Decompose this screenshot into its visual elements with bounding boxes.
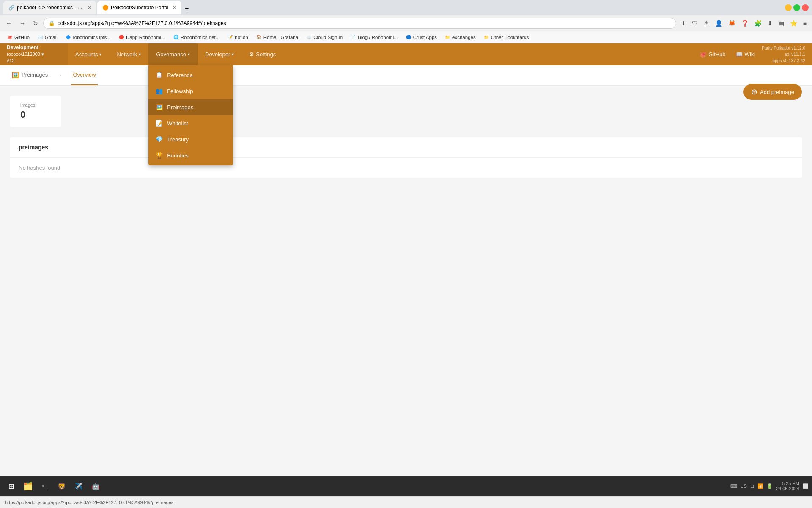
taskbar-start[interactable]: ⊞ xyxy=(3,478,19,494)
tab2-text: Polkadot/Substrate Portal xyxy=(111,5,168,11)
dropdown-fellowship[interactable]: 👥 Fellowship xyxy=(148,83,233,99)
taskbar-files[interactable]: 🗂️ xyxy=(20,478,36,494)
taskbar-telegram[interactable]: ✈️ xyxy=(71,478,86,494)
bookmark-other[interactable]: 📁 Other Bookmarks xyxy=(480,33,532,41)
version-line1: Parity Polkadot v1.12.0 xyxy=(762,45,805,51)
fox-icon[interactable]: 🦊 xyxy=(726,19,738,28)
bookmark-github[interactable]: 🐙 GitHub xyxy=(3,33,33,41)
back-button[interactable]: ← xyxy=(3,18,14,28)
plus-icon: ⊕ xyxy=(751,87,757,97)
browser-tab-1[interactable]: 🔗 polkadot <-> robonomics - Hac... ✕ xyxy=(3,1,96,14)
maximize-button[interactable] xyxy=(793,4,800,11)
app-header: Development rococo/1012000 ▾ #12 Account… xyxy=(0,43,812,65)
network-block-path: rococo/1012000 xyxy=(7,52,40,57)
download-icon[interactable]: ⬇ xyxy=(765,19,775,28)
address-bar[interactable]: 🔒 polkadot.js.org/apps/?rpc=ws%3A%2F%2F1… xyxy=(43,18,676,29)
puzzle-icon[interactable]: 🧩 xyxy=(752,19,764,28)
bookmark-dapp-label: Dapp Robonomi... xyxy=(126,35,165,40)
bookmark-cloud-signin[interactable]: ☁️ Cloud Sign In xyxy=(302,33,346,41)
browser-tab-2[interactable]: 🟠 Polkadot/Substrate Portal ✕ xyxy=(97,1,181,14)
taskbar-browser[interactable]: 🦁 xyxy=(54,478,69,494)
dropdown-bounties[interactable]: 🏆 Bounties xyxy=(148,147,233,163)
preimages-table-title: preimages xyxy=(10,137,802,158)
dropdown-treasury[interactable]: 💎 Treasury xyxy=(148,131,233,147)
tab2-close[interactable]: ✕ xyxy=(173,5,176,11)
bookmark-cloud-signin-label: Cloud Sign In xyxy=(313,35,343,40)
accounts-chevron-icon: ▾ xyxy=(99,52,102,57)
taskbar-app5[interactable]: 🤖 xyxy=(88,478,103,494)
header-right: 🐙 GitHub 📖 Wiki Parity Polkadot v1.12.0 … xyxy=(689,45,812,64)
fellowship-icon: 👥 xyxy=(155,87,163,95)
dropdown-whitelist[interactable]: 📝 Whitelist xyxy=(148,115,233,131)
shield-icon[interactable]: 🛡 xyxy=(690,19,700,28)
network-block: rococo/1012000 ▾ xyxy=(7,51,44,58)
alert-icon[interactable]: ⚠ xyxy=(702,19,711,28)
taskbar-battery-icon: 🔋 xyxy=(767,483,773,489)
bookmark-github-label: GitHub xyxy=(14,35,30,40)
help-icon[interactable]: ❓ xyxy=(739,19,751,28)
chevron-down-icon: ▾ xyxy=(41,52,44,57)
bookmark-dapp[interactable]: 🔴 Dapp Robonomi... xyxy=(115,33,169,41)
nav-developer[interactable]: Developer ▾ xyxy=(198,43,241,65)
bookmark-robonomics-ipfs[interactable]: 🔷 robonomics ipfs... xyxy=(62,33,114,41)
taskbar-display-icon: ⬜ xyxy=(803,483,809,489)
network-selector[interactable]: Development rococo/1012000 ▾ #12 xyxy=(0,43,68,65)
bookmark-grafana[interactable]: 🏠 Home - Grafana xyxy=(252,33,302,41)
blog-icon: 📄 xyxy=(350,34,356,40)
nav-settings-label: Settings xyxy=(256,51,276,58)
bookmark-robonomics-net-label: Robonomics.net... xyxy=(181,35,220,40)
ipfs-bookmark-icon: 🔷 xyxy=(65,34,71,40)
bookmark-blog[interactable]: 📄 Blog / Robonomi... xyxy=(347,33,401,41)
sidebar-icon[interactable]: ▤ xyxy=(776,19,786,28)
browser-titlebar: 🔗 polkadot <-> robonomics - Hac... ✕ 🟠 P… xyxy=(0,0,812,15)
wiki-button[interactable]: 📖 Wiki xyxy=(732,50,759,59)
browser-tabs: 🔗 polkadot <-> robonomics - Hac... ✕ 🟠 P… xyxy=(3,1,783,14)
menu-icon[interactable]: ≡ xyxy=(801,19,809,28)
nav-network[interactable]: Network ▾ xyxy=(109,43,148,65)
governance-dropdown: 📋 Referenda 👥 Fellowship 🖼️ Preimages 📝 … xyxy=(148,65,233,165)
developer-chevron-icon: ▾ xyxy=(232,52,234,57)
taskbar-locale: US xyxy=(741,483,747,489)
tab1-close[interactable]: ✕ xyxy=(88,5,91,11)
crust-icon: 🔵 xyxy=(406,34,411,40)
taskbar-terminal[interactable]: >_ xyxy=(37,478,52,494)
tab-overview-label: Overview xyxy=(73,72,96,78)
bookmark-other-label: Other Bookmarks xyxy=(491,35,529,40)
bookmark-robonomics-net[interactable]: 🌐 Robonomics.net... xyxy=(170,33,223,41)
add-preimage-button[interactable]: ⊕ Add preimage xyxy=(743,84,802,100)
minimize-button[interactable] xyxy=(785,4,792,11)
dropdown-referenda[interactable]: 📋 Referenda xyxy=(148,67,233,83)
bookmark-icon[interactable]: ⭐ xyxy=(788,19,799,28)
images-stat-value: 0 xyxy=(20,109,51,120)
whitelist-icon: 📝 xyxy=(155,119,163,127)
treasury-icon: 💎 xyxy=(155,135,163,143)
bookmark-notion[interactable]: 📝 notion xyxy=(224,33,251,41)
taskbar-right: ⌨ US ⊡ 📶 🔋 5:25 PM 24.05.2024 ⬜ xyxy=(730,481,809,491)
preimages-icon: 🖼️ xyxy=(155,103,163,111)
github-button[interactable]: 🐙 GitHub xyxy=(696,50,729,59)
new-tab-button[interactable]: + xyxy=(182,3,191,14)
nav-governance[interactable]: Governance ▾ 📋 Referenda 👥 Fellowship 🖼️… xyxy=(148,43,198,65)
bookmark-gmail[interactable]: ✉️ Gmail xyxy=(34,33,61,41)
nav-accounts[interactable]: Accounts ▾ xyxy=(68,43,109,65)
bookmark-ipfs-label: robonomics ipfs... xyxy=(73,35,111,40)
breadcrumb-preimages[interactable]: 🖼️ Preimages xyxy=(10,65,49,85)
dropdown-whitelist-label: Whitelist xyxy=(167,120,188,127)
url-input[interactable]: polkadot.js.org/apps/?rpc=ws%3A%2F%2F127… xyxy=(58,20,671,26)
taskbar-kbd-icon: ⌨ xyxy=(730,483,737,489)
forward-button[interactable]: → xyxy=(17,18,28,28)
reload-button[interactable]: ↻ xyxy=(30,18,41,28)
bookmark-crust[interactable]: 🔵 Crust Apps xyxy=(402,33,440,41)
bookmark-exchanges[interactable]: 📁 exchanges xyxy=(441,33,479,41)
network-info: Development rococo/1012000 ▾ #12 xyxy=(7,44,44,64)
preimages-breadcrumb-icon: 🖼️ xyxy=(12,72,19,78)
profile-icon[interactable]: 👤 xyxy=(713,19,724,28)
close-button[interactable] xyxy=(802,4,809,11)
nav-settings[interactable]: ⚙ Settings xyxy=(241,43,283,65)
tab-overview[interactable]: Overview xyxy=(71,65,97,85)
tab1-text: polkadot <-> robonomics - Hac... xyxy=(17,5,83,11)
share-icon[interactable]: ⬆ xyxy=(679,19,688,28)
notion-icon: 📝 xyxy=(227,34,233,40)
dropdown-fellowship-label: Fellowship xyxy=(167,88,193,94)
dropdown-preimages[interactable]: 🖼️ Preimages xyxy=(148,99,233,115)
